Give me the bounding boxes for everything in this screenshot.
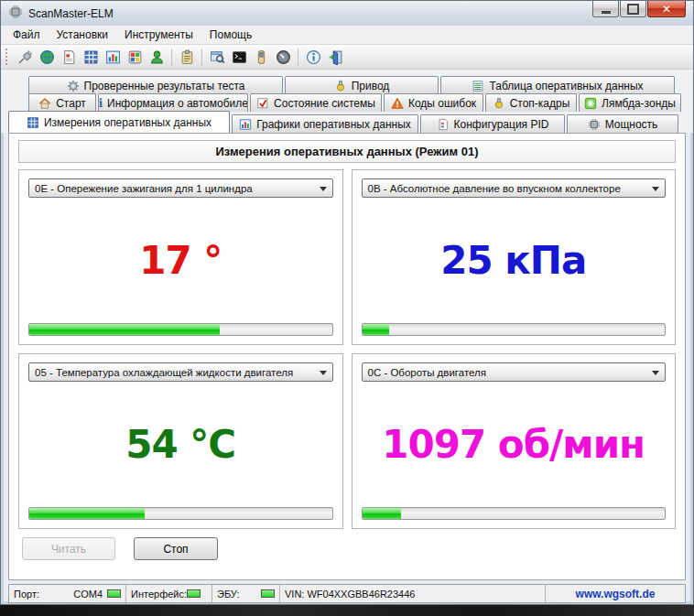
pid-select-3[interactable]: 05 - Температура охлаждающей жидкости дв…: [28, 362, 333, 382]
plug-icon: [334, 80, 347, 92]
tab-label: Стоп-кадры: [510, 97, 570, 110]
adapter-icon[interactable]: [250, 47, 272, 68]
stop-button[interactable]: Стоп: [134, 537, 218, 560]
info-i-icon: ℹ: [98, 97, 103, 109]
status-port: Порт: COM4: [9, 585, 126, 602]
tab-tested-results[interactable]: Проверенные результаты теста: [28, 76, 283, 94]
document-icon: [437, 118, 450, 131]
website-link[interactable]: www.wgsoft.de: [576, 588, 656, 600]
grid-blue-icon: [27, 116, 39, 129]
page-title: Измерения оперативных данных (Режим 01): [18, 140, 676, 163]
maximize-button[interactable]: [620, 1, 646, 17]
tab-label: Конфигурация PID: [454, 118, 549, 131]
chip-icon: [588, 118, 601, 131]
status-bar: Порт: COM4 Интерфейс: ЭБУ: VIN: WF04XXGB…: [8, 584, 686, 603]
menu-help[interactable]: Помощь: [201, 26, 260, 44]
chevron-down-icon: [320, 187, 327, 191]
tab-label: Коды ошибок: [408, 97, 476, 110]
home-icon: [38, 97, 51, 110]
ecu-led: [261, 589, 275, 598]
info-icon[interactable]: [302, 47, 324, 68]
live-measurements-page: Измерения оперативных данных (Режим 01) …: [8, 133, 686, 580]
chevron-down-icon: [652, 371, 659, 375]
gauge-panel-3: 05 - Температура охлаждающей жидкости дв…: [18, 353, 343, 529]
tab-label: Состояние системы: [274, 97, 375, 110]
tab-lambda-sensors[interactable]: Лямбда-зонды: [579, 93, 681, 112]
toolbar: [1, 45, 693, 70]
chevron-down-icon: [320, 371, 327, 375]
menu-settings[interactable]: Установки: [49, 26, 116, 44]
gauge-bar-2: [362, 323, 667, 336]
checkbox-icon: [256, 97, 269, 110]
toolbar-separator: [201, 49, 202, 66]
tab-system-status[interactable]: Состояние системы: [250, 93, 382, 112]
menu-bar: Файл Установки Инструменты Помощь: [1, 26, 693, 45]
tab-actuator[interactable]: Привод: [285, 76, 439, 94]
gauge-bar-1: [28, 323, 333, 336]
tab-live-graphs[interactable]: Графики оперативных данных: [232, 114, 418, 133]
pid-select-value: 0C - Обороты двигателя: [368, 367, 487, 378]
user-icon[interactable]: [146, 47, 168, 68]
exit-icon[interactable]: [324, 47, 346, 68]
tab-live-data-table[interactable]: Таблица оперативных данных: [440, 76, 675, 94]
tab-live-measurements[interactable]: Измерения оперативных данных: [8, 111, 230, 133]
tab-vehicle-info[interactable]: ℹ Информация о автомобиле: [98, 93, 248, 112]
toolbar-separator: [171, 49, 172, 66]
tab-label: Старт: [56, 97, 86, 110]
tab-start[interactable]: Старт: [28, 93, 96, 112]
gauge-panel-4: 0C - Обороты двигателя 1097 об/мин: [352, 353, 677, 529]
gauge-panel-2: 0B - Абсолютное давление во впускном кол…: [352, 169, 677, 345]
bar-chart-icon: [239, 118, 252, 131]
globe-icon[interactable]: [36, 47, 58, 68]
minimize-button[interactable]: [592, 1, 619, 17]
tab-label: Проверенные результаты теста: [84, 80, 245, 92]
warning-icon: [391, 97, 404, 110]
app-chip-icon: [8, 5, 23, 23]
gauge-value-1: 17 °: [28, 198, 333, 323]
gauge-icon[interactable]: [272, 47, 294, 68]
tab-label: Лямбда-зонды: [602, 97, 676, 110]
live-chart-icon[interactable]: [102, 47, 124, 68]
tab-zone: Проверенные результаты теста Привод Табл…: [1, 70, 693, 133]
toolbar-grip[interactable]: [5, 49, 9, 65]
ecu-label: ЭБУ:: [217, 589, 240, 600]
tab-power[interactable]: Мощность: [567, 114, 678, 133]
tab-label: Мощность: [605, 118, 658, 131]
live-grid-icon[interactable]: [80, 47, 102, 68]
menu-file[interactable]: Файл: [5, 26, 49, 44]
gauge-value-2: 25 кПа: [362, 198, 667, 323]
toolbar-separator: [298, 49, 298, 66]
pid-select-1[interactable]: 0E - Опережение зажигания для 1 цилиндра: [28, 178, 333, 198]
gauge-value-3: 54 °C: [28, 382, 333, 507]
port-value: COM4: [73, 589, 103, 600]
clipboard-icon[interactable]: [176, 47, 198, 68]
tab-label: Информация о автомобиле: [107, 97, 248, 110]
gauge-value-4: 1097 об/мин: [362, 382, 667, 507]
tab-pid-config[interactable]: Конфигурация PID: [420, 114, 565, 133]
gauge-panel-1: 0E - Опережение зажигания для 1 цилиндра…: [18, 169, 343, 345]
tab-freeze-frames[interactable]: Стоп-кадры: [485, 93, 577, 112]
tab-trouble-codes[interactable]: Коды ошибок: [384, 93, 483, 112]
search-window-icon[interactable]: [206, 47, 228, 68]
close-button[interactable]: ✕: [647, 1, 686, 17]
status-vin: VIN: WF04XXGBB46R23446: [280, 585, 546, 602]
connect-icon[interactable]: [14, 47, 36, 68]
settings-colors-icon[interactable]: [124, 47, 146, 68]
report-icon[interactable]: [58, 47, 80, 68]
interface-led: [187, 589, 201, 598]
plug-icon: [493, 97, 505, 110]
pid-select-2[interactable]: 0B - Абсолютное давление во впускном кол…: [362, 178, 667, 198]
app-window: ScanMaster-ELM ✕ Файл Установки Инструме…: [0, 0, 694, 605]
read-button[interactable]: Читать: [22, 537, 115, 560]
window-title: ScanMaster-ELM: [28, 7, 114, 20]
status-website: www.wgsoft.de: [546, 585, 685, 602]
menu-tools[interactable]: Инструменты: [116, 26, 201, 44]
status-interface: Интерфейс:: [126, 585, 212, 602]
gauge-bar-3: [28, 507, 333, 520]
pid-select-4[interactable]: 0C - Обороты двигателя: [362, 362, 667, 382]
lambda-asterisk-icon: [584, 97, 597, 110]
interface-label: Интерфейс:: [131, 589, 187, 600]
tab-label: Привод: [352, 80, 390, 92]
port-led: [107, 589, 121, 598]
terminal-icon[interactable]: [228, 47, 250, 68]
